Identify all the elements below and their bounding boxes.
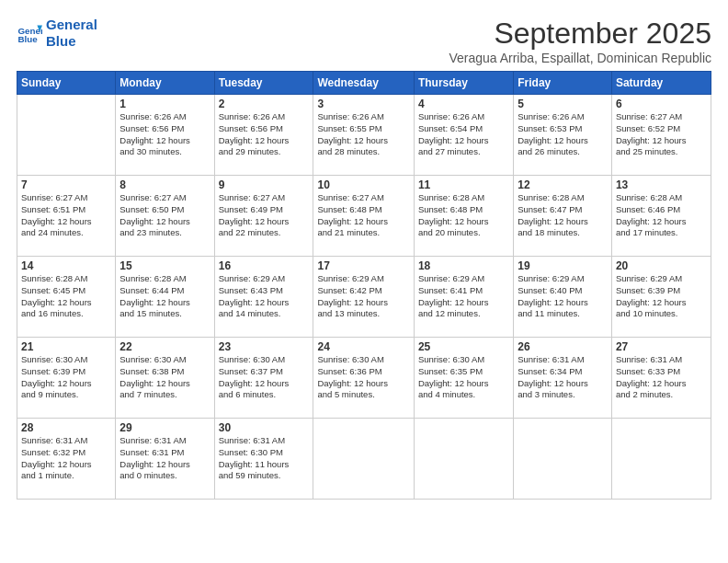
calendar-cell: 29Sunrise: 6:31 AMSunset: 6:31 PMDayligh… [116, 419, 214, 500]
day-number: 21 [21, 340, 111, 353]
day-info: Sunrise: 6:27 AMSunset: 6:52 PMDaylight:… [616, 111, 707, 158]
calendar-cell: 8Sunrise: 6:27 AMSunset: 6:50 PMDaylight… [116, 176, 214, 257]
day-number: 10 [317, 178, 409, 191]
day-info: Sunrise: 6:26 AMSunset: 6:55 PMDaylight:… [317, 111, 409, 158]
day-number: 7 [21, 178, 111, 191]
calendar-week-row-5: 28Sunrise: 6:31 AMSunset: 6:32 PMDayligh… [17, 419, 711, 500]
logo: General Blue General Blue [17, 17, 97, 50]
calendar-cell: 15Sunrise: 6:28 AMSunset: 6:44 PMDayligh… [116, 257, 214, 338]
logo-general: General [46, 17, 97, 33]
calendar-table: Sunday Monday Tuesday Wednesday Thursday… [17, 71, 711, 500]
day-info: Sunrise: 6:27 AMSunset: 6:48 PMDaylight:… [317, 192, 409, 239]
day-number: 3 [317, 98, 409, 110]
calendar-cell: 6Sunrise: 6:27 AMSunset: 6:52 PMDaylight… [611, 95, 711, 176]
header-wednesday: Wednesday [313, 72, 414, 95]
calendar-cell [611, 419, 711, 500]
calendar-cell: 3Sunrise: 6:26 AMSunset: 6:55 PMDaylight… [313, 95, 414, 176]
calendar-week-row-1: 1Sunrise: 6:26 AMSunset: 6:56 PMDaylight… [17, 95, 711, 176]
day-info: Sunrise: 6:26 AMSunset: 6:54 PMDaylight:… [418, 111, 509, 158]
day-info: Sunrise: 6:30 AMSunset: 6:38 PMDaylight:… [119, 354, 210, 401]
header-monday: Monday [116, 72, 214, 95]
calendar-cell: 22Sunrise: 6:30 AMSunset: 6:38 PMDayligh… [116, 338, 214, 419]
calendar-cell: 23Sunrise: 6:30 AMSunset: 6:37 PMDayligh… [214, 338, 313, 419]
day-info: Sunrise: 6:31 AMSunset: 6:31 PMDaylight:… [119, 435, 210, 482]
day-number: 29 [119, 421, 210, 434]
day-info: Sunrise: 6:30 AMSunset: 6:36 PMDaylight:… [317, 354, 409, 401]
day-info: Sunrise: 6:29 AMSunset: 6:39 PMDaylight:… [616, 273, 707, 320]
calendar-cell: 14Sunrise: 6:28 AMSunset: 6:45 PMDayligh… [17, 257, 116, 338]
day-number: 13 [616, 178, 707, 191]
calendar-cell: 4Sunrise: 6:26 AMSunset: 6:54 PMDaylight… [414, 95, 513, 176]
day-info: Sunrise: 6:28 AMSunset: 6:47 PMDaylight:… [518, 192, 608, 239]
day-number: 2 [219, 98, 310, 110]
day-number: 9 [219, 178, 310, 191]
calendar-cell: 19Sunrise: 6:29 AMSunset: 6:40 PMDayligh… [514, 257, 612, 338]
calendar-cell: 17Sunrise: 6:29 AMSunset: 6:42 PMDayligh… [313, 257, 414, 338]
day-info: Sunrise: 6:27 AMSunset: 6:50 PMDaylight:… [119, 192, 210, 239]
day-info: Sunrise: 6:31 AMSunset: 6:34 PMDaylight:… [518, 354, 608, 401]
day-number: 16 [219, 259, 310, 272]
day-info: Sunrise: 6:26 AMSunset: 6:56 PMDaylight:… [119, 111, 210, 158]
calendar-cell: 27Sunrise: 6:31 AMSunset: 6:33 PMDayligh… [611, 338, 711, 419]
calendar-cell: 7Sunrise: 6:27 AMSunset: 6:51 PMDaylight… [17, 176, 116, 257]
calendar-cell: 16Sunrise: 6:29 AMSunset: 6:43 PMDayligh… [214, 257, 313, 338]
day-number: 19 [518, 259, 608, 272]
day-number: 17 [317, 259, 409, 272]
header-thursday: Thursday [414, 72, 513, 95]
calendar-cell: 21Sunrise: 6:30 AMSunset: 6:39 PMDayligh… [17, 338, 116, 419]
calendar-cell: 25Sunrise: 6:30 AMSunset: 6:35 PMDayligh… [414, 338, 513, 419]
day-info: Sunrise: 6:28 AMSunset: 6:48 PMDaylight:… [418, 192, 509, 239]
day-info: Sunrise: 6:29 AMSunset: 6:42 PMDaylight:… [317, 273, 409, 320]
svg-text:Blue: Blue [17, 34, 38, 44]
day-number: 28 [21, 421, 111, 434]
title-block: September 2025 Veragua Arriba, Espaillat… [449, 17, 711, 65]
day-number: 11 [418, 178, 509, 191]
calendar-cell: 5Sunrise: 6:26 AMSunset: 6:53 PMDaylight… [514, 95, 612, 176]
day-info: Sunrise: 6:29 AMSunset: 6:40 PMDaylight:… [518, 273, 608, 320]
calendar-cell: 9Sunrise: 6:27 AMSunset: 6:49 PMDaylight… [214, 176, 313, 257]
day-number: 5 [518, 98, 608, 110]
logo-icon: General Blue [17, 20, 42, 46]
calendar-cell: 28Sunrise: 6:31 AMSunset: 6:32 PMDayligh… [17, 419, 116, 500]
logo-blue: Blue [46, 33, 97, 50]
day-info: Sunrise: 6:31 AMSunset: 6:33 PMDaylight:… [616, 354, 707, 401]
day-number: 25 [418, 340, 509, 353]
day-number: 24 [317, 340, 409, 353]
day-number: 27 [616, 340, 707, 353]
day-info: Sunrise: 6:28 AMSunset: 6:46 PMDaylight:… [616, 192, 707, 239]
day-number: 22 [119, 340, 210, 353]
calendar-cell [313, 419, 414, 500]
day-number: 1 [119, 98, 210, 110]
main-title: September 2025 [449, 17, 711, 51]
day-number: 6 [616, 98, 707, 110]
header-saturday: Saturday [611, 72, 711, 95]
day-info: Sunrise: 6:27 AMSunset: 6:51 PMDaylight:… [21, 192, 111, 239]
calendar-cell: 1Sunrise: 6:26 AMSunset: 6:56 PMDaylight… [116, 95, 214, 176]
calendar-cell: 2Sunrise: 6:26 AMSunset: 6:56 PMDaylight… [214, 95, 313, 176]
calendar-cell: 10Sunrise: 6:27 AMSunset: 6:48 PMDayligh… [313, 176, 414, 257]
calendar-cell: 13Sunrise: 6:28 AMSunset: 6:46 PMDayligh… [611, 176, 711, 257]
calendar-header-row: Sunday Monday Tuesday Wednesday Thursday… [17, 72, 711, 95]
calendar-cell: 12Sunrise: 6:28 AMSunset: 6:47 PMDayligh… [514, 176, 612, 257]
day-number: 20 [616, 259, 707, 272]
day-info: Sunrise: 6:31 AMSunset: 6:32 PMDaylight:… [21, 435, 111, 482]
header: General Blue General Blue September 2025… [17, 17, 711, 65]
day-number: 15 [119, 259, 210, 272]
day-info: Sunrise: 6:28 AMSunset: 6:45 PMDaylight:… [21, 273, 111, 320]
day-number: 4 [418, 98, 509, 110]
calendar-cell: 26Sunrise: 6:31 AMSunset: 6:34 PMDayligh… [514, 338, 612, 419]
calendar-cell: 30Sunrise: 6:31 AMSunset: 6:30 PMDayligh… [214, 419, 313, 500]
day-number: 12 [518, 178, 608, 191]
calendar-week-row-4: 21Sunrise: 6:30 AMSunset: 6:39 PMDayligh… [17, 338, 711, 419]
day-info: Sunrise: 6:30 AMSunset: 6:39 PMDaylight:… [21, 354, 111, 401]
day-number: 30 [219, 421, 310, 434]
day-number: 23 [219, 340, 310, 353]
calendar-cell [514, 419, 612, 500]
day-number: 14 [21, 259, 111, 272]
day-number: 18 [418, 259, 509, 272]
subtitle: Veragua Arriba, Espaillat, Dominican Rep… [449, 51, 711, 65]
calendar-cell: 18Sunrise: 6:29 AMSunset: 6:41 PMDayligh… [414, 257, 513, 338]
calendar-cell: 20Sunrise: 6:29 AMSunset: 6:39 PMDayligh… [611, 257, 711, 338]
day-info: Sunrise: 6:30 AMSunset: 6:37 PMDaylight:… [219, 354, 310, 401]
day-info: Sunrise: 6:28 AMSunset: 6:44 PMDaylight:… [119, 273, 210, 320]
